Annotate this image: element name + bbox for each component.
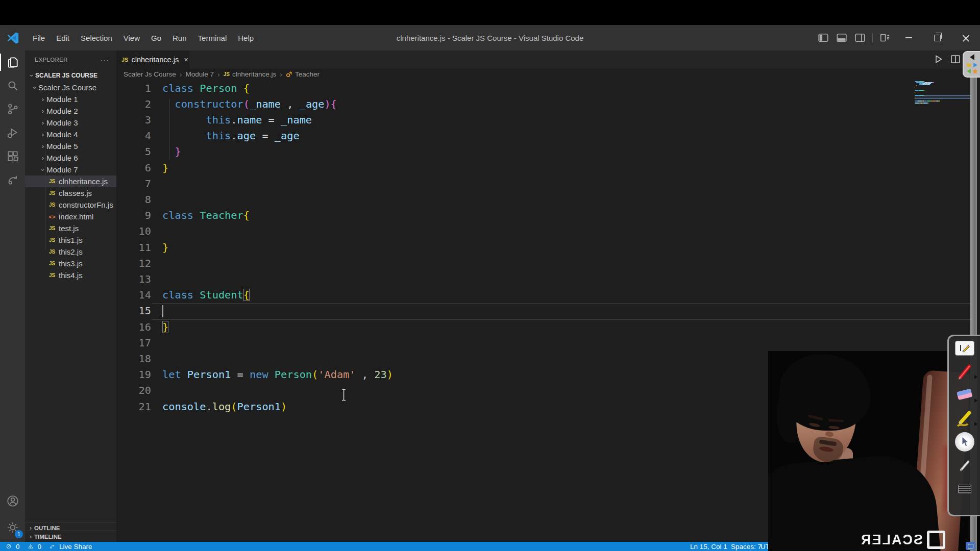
status-ln-15-col-1[interactable]: Ln 15, Col 1 (690, 542, 727, 551)
breadcrumb-item[interactable]: clnheritance.js (232, 70, 276, 78)
settings-gear-icon[interactable]: 1 (0, 516, 25, 539)
play-mini-icon[interactable] (972, 62, 978, 68)
code-line-7[interactable]: 7 (116, 176, 980, 191)
tree-item-this1-js[interactable]: JSthis1.js (25, 234, 116, 246)
tree-item-module-4[interactable]: ›Module 4 (25, 129, 116, 140)
code-line-13[interactable]: 13 (116, 271, 980, 287)
tree-item-scaler-js-course[interactable]: ›Scaler Js Course (25, 82, 116, 93)
expand-arrow-icon[interactable] (974, 375, 977, 379)
keyboard-tool[interactable] (953, 477, 976, 500)
menu-view[interactable]: View (118, 31, 145, 45)
star-mini-icon[interactable] (972, 68, 978, 74)
breadcrumb-item[interactable]: Teacher (295, 70, 320, 78)
account-icon[interactable] (0, 489, 25, 513)
breadcrumb-item[interactable]: Module 7 (185, 70, 214, 78)
workspace-row[interactable]: › SCALER JS COURSE (25, 69, 116, 82)
customize-layout-icon[interactable] (879, 32, 891, 43)
tree-item-module-2[interactable]: ›Module 2 (25, 105, 116, 117)
explorer-title: EXPLORER (35, 57, 68, 63)
status-error[interactable]: 0 (6, 543, 20, 550)
activity-source-control-icon[interactable] (0, 97, 25, 121)
code-line-6[interactable]: 6} (116, 160, 980, 176)
annotation-quick-panel[interactable] (963, 51, 980, 78)
menu-selection[interactable]: Selection (75, 31, 118, 45)
toggle-secondary-sidebar-icon[interactable] (854, 32, 866, 43)
code-line-17[interactable]: 17 (116, 335, 980, 350)
tab-close-icon[interactable]: × (184, 55, 188, 64)
menu-help[interactable]: Help (232, 31, 259, 45)
code-line-2[interactable]: 2 constructor(_name , _age){ (116, 96, 980, 112)
tree-item-index-html[interactable]: <>index.html (25, 211, 116, 222)
status-spaces-7[interactable]: Spaces: 7 (731, 542, 762, 551)
code-line-5[interactable]: 5 } (116, 144, 980, 160)
pen-tool[interactable] (953, 454, 976, 477)
minimap-line (923, 103, 927, 104)
menu-edit[interactable]: Edit (51, 31, 75, 45)
menu-go[interactable]: Go (145, 31, 167, 45)
workspace-name: SCALER JS COURSE (35, 72, 97, 79)
activity-run-debug-icon[interactable] (0, 121, 25, 144)
split-editor-icon[interactable] (949, 53, 962, 65)
eraser-tool[interactable] (953, 383, 976, 407)
minimize-button[interactable] (894, 25, 923, 51)
code-line-11[interactable]: 11} (116, 239, 980, 255)
tree-item-module-6[interactable]: ›Module 6 (25, 152, 116, 164)
minimap[interactable] (915, 80, 973, 141)
minimap-line (915, 87, 915, 88)
code-line-3[interactable]: 3 this.name = _name (116, 112, 980, 128)
run-file-icon[interactable] (932, 53, 944, 65)
code-text: } (151, 241, 168, 254)
expand-arrow-icon[interactable] (974, 422, 977, 426)
code-line-10[interactable]: 10 (116, 223, 980, 239)
highlighter-tool[interactable] (953, 407, 976, 430)
menu-file[interactable]: File (27, 31, 51, 45)
code-line-9[interactable]: 9class Teacher{ (116, 208, 980, 223)
code-line-8[interactable]: 8 (116, 191, 980, 207)
folder-mini-icon[interactable] (966, 62, 972, 68)
breadcrumb: Scaler Js Course›Module 7›JSclnheritance… (116, 68, 980, 80)
breadcrumb-item[interactable]: Scaler Js Course (124, 70, 176, 78)
code-line-15[interactable]: 15 (116, 303, 980, 319)
status-text: Live Share (59, 543, 92, 550)
tree-item-this2-js[interactable]: JSthis2.js (25, 246, 116, 258)
code-line-12[interactable]: 12 (116, 255, 980, 271)
tree-item-test-js[interactable]: JStest.js (25, 222, 116, 234)
activity-search-icon[interactable] (0, 74, 25, 97)
tree-item-module-5[interactable]: ›Module 5 (25, 140, 116, 152)
tree-item-this4-js[interactable]: JSthis4.js (25, 269, 116, 281)
tree-item-constructorfn-js[interactable]: JSconstructorFn.js (25, 199, 116, 211)
tree-item-module-7[interactable]: ›Module 7 (25, 164, 116, 176)
code-line-1[interactable]: 1class Person { (116, 80, 980, 96)
activity-extensions-icon[interactable] (0, 144, 25, 168)
red-pen-tool[interactable] (953, 360, 976, 383)
back-mini-icon[interactable] (966, 68, 972, 74)
line-number: 10 (116, 225, 151, 237)
tab-clnheritance[interactable]: JS clnheritance.js × (116, 51, 189, 68)
tree-item-module-3[interactable]: ›Module 3 (25, 117, 116, 129)
toggle-panel-icon[interactable] (836, 32, 847, 43)
tree-item-clnheritance-js[interactable]: JSclnheritance.js (25, 176, 116, 187)
restore-button[interactable] (923, 25, 951, 51)
menu-run[interactable]: Run (167, 31, 192, 45)
tree-item-module-1[interactable]: ›Module 1 (25, 93, 116, 105)
activity-explorer-icon[interactable] (0, 51, 25, 74)
status-live-share[interactable]: Live Share (50, 543, 92, 550)
status-warning[interactable]: 0 (28, 543, 42, 550)
cursor-tool[interactable] (953, 430, 976, 454)
tree-item-classes-js[interactable]: JSclasses.js (25, 187, 116, 199)
code-line-14[interactable]: 14class Student{ (116, 287, 980, 303)
timeline-panel[interactable]: › TIMELINE (25, 531, 116, 542)
collapse-left-icon[interactable] (970, 54, 974, 60)
editor-actions (932, 53, 962, 65)
code-line-4[interactable]: 4 this.age = _age (116, 128, 980, 144)
explorer-actions-icon[interactable]: ··· (100, 56, 109, 64)
toggle-sidebar-icon[interactable] (818, 32, 829, 43)
activity-live-share-icon[interactable] (0, 168, 25, 191)
menu-terminal[interactable]: Terminal (192, 31, 233, 45)
tree-item-this3-js[interactable]: JSthis3.js (25, 258, 116, 269)
whiteboard-tool-button[interactable] (953, 336, 976, 360)
expand-arrow-icon[interactable] (974, 398, 977, 403)
code-line-16[interactable]: 16} (116, 319, 980, 335)
status-corner-icon[interactable] (966, 542, 975, 550)
close-button[interactable] (951, 25, 980, 51)
